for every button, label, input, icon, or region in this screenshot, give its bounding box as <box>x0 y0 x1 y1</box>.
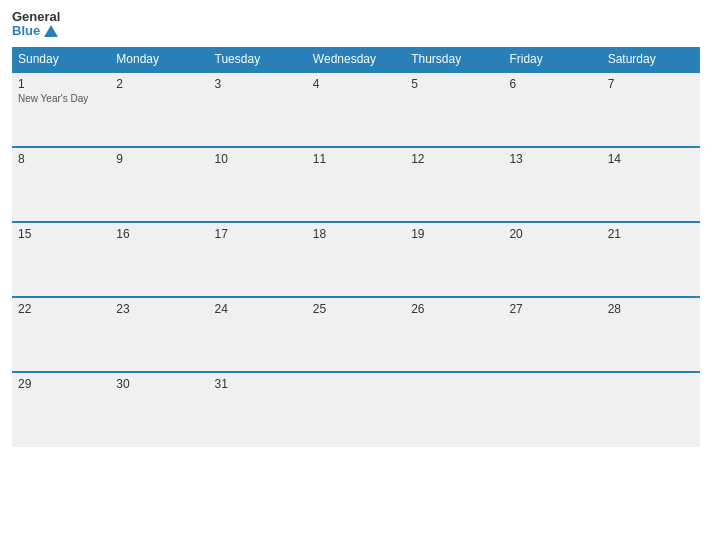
calendar-table: Sunday Monday Tuesday Wednesday Thursday… <box>12 47 700 447</box>
day-number: 4 <box>313 77 399 91</box>
day-number: 22 <box>18 302 104 316</box>
day-number: 16 <box>116 227 202 241</box>
calendar-day-cell: 2 <box>110 72 208 147</box>
col-wednesday: Wednesday <box>307 47 405 72</box>
day-number: 30 <box>116 377 202 391</box>
day-number: 9 <box>116 152 202 166</box>
calendar-day-cell: 24 <box>209 297 307 372</box>
day-number: 27 <box>509 302 595 316</box>
calendar-day-cell: 29 <box>12 372 110 447</box>
calendar-day-cell: 4 <box>307 72 405 147</box>
calendar-day-cell: 12 <box>405 147 503 222</box>
calendar-day-cell: 10 <box>209 147 307 222</box>
calendar-day-cell: 14 <box>602 147 700 222</box>
calendar-day-cell: 15 <box>12 222 110 297</box>
calendar-day-cell: 9 <box>110 147 208 222</box>
day-number: 21 <box>608 227 694 241</box>
col-tuesday: Tuesday <box>209 47 307 72</box>
day-number: 18 <box>313 227 399 241</box>
day-number: 24 <box>215 302 301 316</box>
day-number: 5 <box>411 77 497 91</box>
calendar-day-cell: 22 <box>12 297 110 372</box>
calendar-day-cell <box>405 372 503 447</box>
calendar-day-cell: 1New Year's Day <box>12 72 110 147</box>
logo-general-text: General <box>12 10 60 24</box>
day-number: 17 <box>215 227 301 241</box>
day-number: 8 <box>18 152 104 166</box>
day-number: 29 <box>18 377 104 391</box>
logo-blue-text: Blue <box>12 24 40 38</box>
col-saturday: Saturday <box>602 47 700 72</box>
day-number: 19 <box>411 227 497 241</box>
calendar-day-cell: 20 <box>503 222 601 297</box>
calendar-day-cell: 8 <box>12 147 110 222</box>
day-number: 25 <box>313 302 399 316</box>
calendar-day-cell: 5 <box>405 72 503 147</box>
calendar-header: General Blue <box>12 10 700 39</box>
day-number: 26 <box>411 302 497 316</box>
calendar-day-cell: 18 <box>307 222 405 297</box>
day-number: 7 <box>608 77 694 91</box>
calendar-week-row: 891011121314 <box>12 147 700 222</box>
calendar-day-cell: 28 <box>602 297 700 372</box>
day-number: 14 <box>608 152 694 166</box>
calendar-day-cell <box>602 372 700 447</box>
calendar-container: General Blue Sunday Monday Tuesday Wedne… <box>0 0 712 550</box>
calendar-week-row: 1New Year's Day234567 <box>12 72 700 147</box>
calendar-body: 1New Year's Day2345678910111213141516171… <box>12 72 700 447</box>
calendar-day-cell: 25 <box>307 297 405 372</box>
day-number: 11 <box>313 152 399 166</box>
day-number: 1 <box>18 77 104 91</box>
calendar-day-cell: 3 <box>209 72 307 147</box>
calendar-day-cell: 17 <box>209 222 307 297</box>
calendar-week-row: 293031 <box>12 372 700 447</box>
col-sunday: Sunday <box>12 47 110 72</box>
day-number: 6 <box>509 77 595 91</box>
calendar-day-cell: 30 <box>110 372 208 447</box>
calendar-day-cell: 7 <box>602 72 700 147</box>
col-monday: Monday <box>110 47 208 72</box>
calendar-day-cell: 6 <box>503 72 601 147</box>
day-number: 15 <box>18 227 104 241</box>
logo: General Blue <box>12 10 60 39</box>
calendar-header-row: Sunday Monday Tuesday Wednesday Thursday… <box>12 47 700 72</box>
day-number: 28 <box>608 302 694 316</box>
day-number: 10 <box>215 152 301 166</box>
day-number: 3 <box>215 77 301 91</box>
holiday-label: New Year's Day <box>18 93 104 104</box>
day-number: 13 <box>509 152 595 166</box>
day-number: 23 <box>116 302 202 316</box>
calendar-day-cell: 27 <box>503 297 601 372</box>
day-number: 2 <box>116 77 202 91</box>
calendar-day-cell: 31 <box>209 372 307 447</box>
calendar-day-cell: 21 <box>602 222 700 297</box>
calendar-day-cell: 26 <box>405 297 503 372</box>
logo-triangle-icon <box>44 25 58 37</box>
col-friday: Friday <box>503 47 601 72</box>
calendar-day-cell: 13 <box>503 147 601 222</box>
day-number: 31 <box>215 377 301 391</box>
calendar-day-cell: 19 <box>405 222 503 297</box>
calendar-day-cell <box>307 372 405 447</box>
col-thursday: Thursday <box>405 47 503 72</box>
calendar-day-cell <box>503 372 601 447</box>
calendar-day-cell: 23 <box>110 297 208 372</box>
day-number: 12 <box>411 152 497 166</box>
calendar-day-cell: 16 <box>110 222 208 297</box>
calendar-day-cell: 11 <box>307 147 405 222</box>
calendar-week-row: 15161718192021 <box>12 222 700 297</box>
calendar-week-row: 22232425262728 <box>12 297 700 372</box>
day-number: 20 <box>509 227 595 241</box>
